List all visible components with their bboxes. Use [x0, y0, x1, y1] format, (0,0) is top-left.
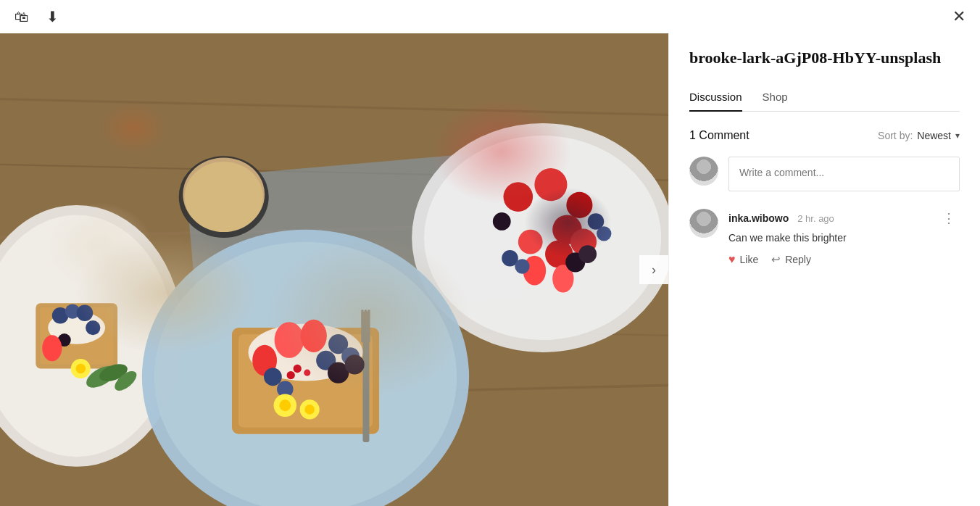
- chevron-right-icon: ›: [652, 262, 656, 278]
- comment-input-row: [689, 157, 960, 191]
- reply-button[interactable]: ↩ Reply: [771, 253, 811, 266]
- heart-icon: ♥: [728, 253, 736, 266]
- comment-meta-left: inka.wibowo 2 hr. ago: [728, 212, 834, 225]
- comment-meta: inka.wibowo 2 hr. ago ⋮: [728, 209, 960, 228]
- comment-body: inka.wibowo 2 hr. ago ⋮ Can we make this…: [728, 209, 960, 266]
- reply-icon: ↩: [771, 253, 781, 266]
- tabs-container: Discussion Shop: [689, 83, 960, 112]
- image-area: ›: [0, 33, 668, 506]
- toolbar: 🛍 ⬇ ✕: [0, 0, 980, 33]
- comment-input[interactable]: [728, 157, 960, 191]
- main-content: › brooke-lark-aGjP08-HbYY-unsplash Discu…: [0, 33, 980, 506]
- like-label: Like: [740, 254, 759, 265]
- close-button[interactable]: ✕: [952, 9, 966, 25]
- food-overlay: [0, 33, 668, 506]
- sort-control[interactable]: Sort by: Newest ▾: [878, 130, 960, 141]
- comment-actions: ♥ Like ↩ Reply: [728, 253, 960, 266]
- sort-label: Sort by:: [878, 130, 913, 141]
- comment-author-avatar: [689, 209, 718, 238]
- comment-item: inka.wibowo 2 hr. ago ⋮ Can we make this…: [689, 209, 960, 266]
- image-title: brooke-lark-aGjP08-HbYY-unsplash: [689, 48, 960, 69]
- reply-label: Reply: [785, 254, 811, 265]
- next-arrow-button[interactable]: ›: [639, 255, 668, 284]
- avatar-placeholder-comment: [689, 209, 718, 238]
- right-panel: brooke-lark-aGjP08-HbYY-unsplash Discuss…: [668, 33, 980, 506]
- current-user-avatar: [689, 157, 718, 186]
- comment-time: 2 hr. ago: [797, 213, 834, 224]
- tab-discussion[interactable]: Discussion: [689, 83, 742, 112]
- toolbar-left: 🛍 ⬇: [14, 9, 59, 24]
- comments-header: 1 Comment Sort by: Newest ▾: [689, 129, 960, 142]
- chevron-down-icon: ▾: [955, 130, 960, 141]
- comment-text: Can we make this brighter: [728, 231, 960, 246]
- comment-options-button[interactable]: ⋮: [938, 209, 960, 228]
- sort-value: Newest: [917, 130, 951, 141]
- comment-author: inka.wibowo: [728, 212, 789, 224]
- avatar-placeholder: [689, 157, 718, 186]
- download-icon[interactable]: ⬇: [46, 9, 59, 24]
- like-button[interactable]: ♥ Like: [728, 253, 758, 266]
- image-placeholder: [0, 33, 668, 506]
- cart-icon[interactable]: 🛍: [14, 9, 29, 24]
- tab-shop[interactable]: Shop: [763, 83, 788, 112]
- comments-count: 1 Comment: [689, 129, 749, 142]
